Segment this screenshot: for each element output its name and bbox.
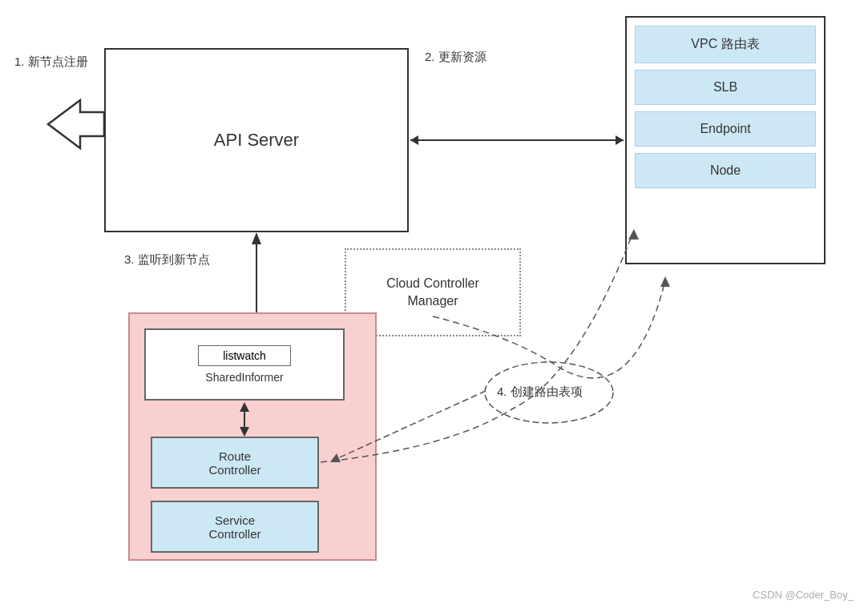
listwatch-label: listwatch (198, 345, 291, 366)
svg-marker-5 (252, 232, 261, 244)
route-controller-box: RouteController (151, 437, 319, 489)
diagram: 1. 新节点注册 2. 更新资源 API Server VPC 路由表 SLB … (0, 0, 868, 612)
svg-marker-3 (410, 135, 418, 145)
vpc-item: VPC 路由表 (635, 26, 816, 63)
step2-label: 2. 更新资源 (425, 50, 486, 65)
step4-label: 4. 创建路由表项 (497, 385, 583, 400)
cloud-resources-box: VPC 路由表 SLB Endpoint Node (625, 16, 826, 264)
shared-informer-label: SharedInformer (205, 371, 283, 384)
listwatch-box: listwatch SharedInformer (144, 328, 345, 401)
step1-label: 1. 新节点注册 (14, 54, 88, 70)
svg-marker-9 (660, 276, 670, 287)
slb-item: SLB (635, 70, 816, 105)
route-controller-label: RouteController (208, 449, 260, 477)
step3-label: 3. 监听到新节点 (124, 252, 210, 268)
endpoint-item: Endpoint (635, 111, 816, 147)
svg-marker-0 (48, 100, 104, 148)
watermark: CSDN @Coder_Boy_ (753, 589, 854, 601)
service-controller-box: ServiceController (151, 501, 319, 553)
ccm-label: Cloud ControllerManager (386, 275, 479, 311)
api-server-label: API Server (214, 130, 299, 151)
node-item: Node (635, 153, 816, 188)
service-controller-label: ServiceController (208, 513, 260, 541)
svg-marker-2 (616, 135, 624, 145)
api-server-box: API Server (104, 48, 409, 232)
